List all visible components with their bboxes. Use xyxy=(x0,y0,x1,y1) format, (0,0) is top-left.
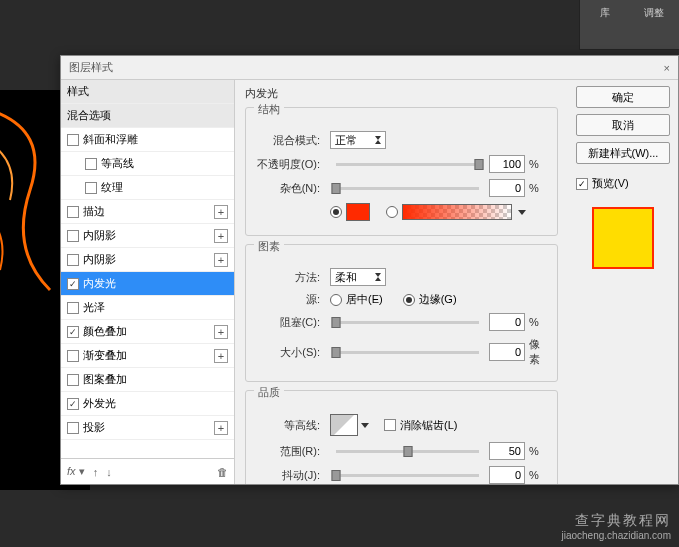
style-item-label: 纹理 xyxy=(101,180,228,195)
style-item-label: 渐变叠加 xyxy=(83,348,210,363)
tab-adjustments[interactable]: 调整 xyxy=(630,0,680,49)
opacity-label: 不透明度(O): xyxy=(254,157,326,172)
right-panel-tabs: 库 调整 xyxy=(579,0,679,50)
antialias-checkbox[interactable] xyxy=(384,419,396,431)
style-list-footer: fx ▾ ↑ ↓ 🗑 xyxy=(61,458,234,484)
arrow-down-icon[interactable]: ↓ xyxy=(106,466,112,478)
style-checkbox[interactable] xyxy=(85,158,97,170)
choke-label: 阻塞(C): xyxy=(254,315,326,330)
chevron-down-icon[interactable] xyxy=(518,210,526,215)
style-item[interactable]: ✓颜色叠加+ xyxy=(61,320,234,344)
style-item[interactable]: 内阴影+ xyxy=(61,224,234,248)
styles-header[interactable]: 样式 xyxy=(61,80,234,104)
arrow-up-icon[interactable]: ↑ xyxy=(93,466,99,478)
size-slider[interactable] xyxy=(336,351,479,354)
style-checkbox[interactable] xyxy=(67,206,79,218)
choke-input[interactable] xyxy=(489,313,525,331)
noise-slider[interactable] xyxy=(336,187,479,190)
blend-mode-select[interactable]: 正常 xyxy=(330,131,386,149)
style-item-label: 内发光 xyxy=(83,276,228,291)
source-center-radio[interactable] xyxy=(330,294,342,306)
blend-options-header[interactable]: 混合选项 xyxy=(61,104,234,128)
close-icon[interactable]: × xyxy=(664,62,670,74)
style-item[interactable]: 内阴影+ xyxy=(61,248,234,272)
style-checkbox[interactable] xyxy=(67,230,79,242)
style-item[interactable]: 投影+ xyxy=(61,416,234,440)
method-select[interactable]: 柔和 xyxy=(330,268,386,286)
style-checkbox[interactable] xyxy=(67,134,79,146)
preview-swatch xyxy=(592,207,654,269)
style-item-label: 内阴影 xyxy=(83,252,210,267)
style-item[interactable]: 等高线 xyxy=(61,152,234,176)
plus-icon[interactable]: + xyxy=(214,253,228,267)
style-item[interactable]: ✓内发光 xyxy=(61,272,234,296)
style-item[interactable]: ✓外发光 xyxy=(61,392,234,416)
dialog-buttons: 确定 取消 新建样式(W)... ✓ 预览(V) xyxy=(568,80,678,484)
style-item-label: 图案叠加 xyxy=(83,372,228,387)
range-input[interactable] xyxy=(489,442,525,460)
style-checkbox[interactable] xyxy=(67,302,79,314)
style-item-label: 投影 xyxy=(83,420,210,435)
gradient-radio[interactable] xyxy=(386,206,398,218)
jitter-slider[interactable] xyxy=(336,474,479,477)
quality-group: 品质 等高线: 消除锯齿(L) 范围(R): % 抖动(J): xyxy=(245,390,558,484)
range-label: 范围(R): xyxy=(254,444,326,459)
layer-style-dialog: 图层样式 × 样式 混合选项 斜面和浮雕等高线纹理描边+内阴影+内阴影+✓内发光… xyxy=(60,55,679,485)
size-input[interactable] xyxy=(489,343,525,361)
style-checkbox[interactable] xyxy=(67,350,79,362)
plus-icon[interactable]: + xyxy=(214,229,228,243)
range-slider[interactable] xyxy=(336,450,479,453)
blend-mode-label: 混合模式: xyxy=(254,133,326,148)
style-checkbox[interactable] xyxy=(67,422,79,434)
structure-group: 结构 混合模式: 正常 不透明度(O): % 杂色(N): % xyxy=(245,107,558,236)
jitter-label: 抖动(J): xyxy=(254,468,326,483)
color-radio[interactable] xyxy=(330,206,342,218)
style-checkbox[interactable] xyxy=(67,254,79,266)
color-swatch[interactable] xyxy=(346,203,370,221)
ok-button[interactable]: 确定 xyxy=(576,86,670,108)
plus-icon[interactable]: + xyxy=(214,325,228,339)
style-item-label: 颜色叠加 xyxy=(83,324,210,339)
dialog-titlebar: 图层样式 × xyxy=(61,56,678,80)
settings-panel: 内发光 结构 混合模式: 正常 不透明度(O): % 杂色(N): % xyxy=(235,80,568,484)
method-label: 方法: xyxy=(254,270,326,285)
style-item[interactable]: 纹理 xyxy=(61,176,234,200)
style-checkbox[interactable] xyxy=(67,374,79,386)
cancel-button[interactable]: 取消 xyxy=(576,114,670,136)
style-item-label: 等高线 xyxy=(101,156,228,171)
source-label: 源: xyxy=(254,292,326,307)
style-item[interactable]: 描边+ xyxy=(61,200,234,224)
noise-input[interactable] xyxy=(489,179,525,197)
opacity-input[interactable] xyxy=(489,155,525,173)
style-item-label: 光泽 xyxy=(83,300,228,315)
style-item[interactable]: 渐变叠加+ xyxy=(61,344,234,368)
panel-title: 内发光 xyxy=(245,86,558,101)
source-edge-radio[interactable] xyxy=(403,294,415,306)
style-item[interactable]: 光泽 xyxy=(61,296,234,320)
plus-icon[interactable]: + xyxy=(214,421,228,435)
jitter-input[interactable] xyxy=(489,466,525,484)
style-item-label: 斜面和浮雕 xyxy=(83,132,228,147)
preview-checkbox[interactable]: ✓ xyxy=(576,178,588,190)
style-checkbox[interactable]: ✓ xyxy=(67,398,79,410)
style-checkbox[interactable]: ✓ xyxy=(67,278,79,290)
style-item-label: 外发光 xyxy=(83,396,228,411)
tab-library[interactable]: 库 xyxy=(580,0,630,49)
opacity-slider[interactable] xyxy=(336,163,479,166)
watermark: 查字典教程网 jiaocheng.chazidian.com xyxy=(561,512,671,541)
plus-icon[interactable]: + xyxy=(214,205,228,219)
style-item[interactable]: 斜面和浮雕 xyxy=(61,128,234,152)
contour-picker[interactable] xyxy=(330,414,358,436)
dialog-title: 图层样式 xyxy=(69,60,113,75)
choke-slider[interactable] xyxy=(336,321,479,324)
style-item[interactable]: 图案叠加 xyxy=(61,368,234,392)
style-checkbox[interactable] xyxy=(85,182,97,194)
new-style-button[interactable]: 新建样式(W)... xyxy=(576,142,670,164)
fx-menu-icon[interactable]: fx ▾ xyxy=(67,465,85,478)
elements-group: 图素 方法: 柔和 源: 居中(E) 边缘(G) 阻塞(C): xyxy=(245,244,558,382)
style-checkbox[interactable]: ✓ xyxy=(67,326,79,338)
contour-label: 等高线: xyxy=(254,418,326,433)
trash-icon[interactable]: 🗑 xyxy=(217,466,228,478)
plus-icon[interactable]: + xyxy=(214,349,228,363)
gradient-picker[interactable] xyxy=(402,204,512,220)
